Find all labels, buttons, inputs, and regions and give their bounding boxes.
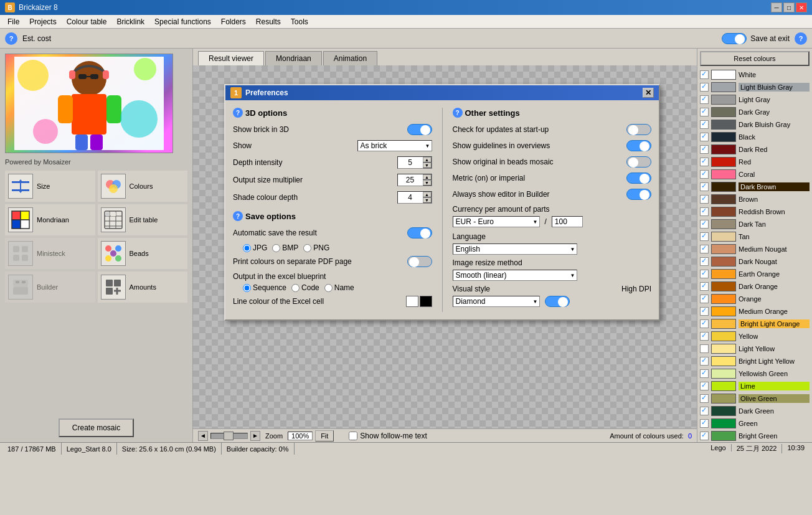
zoom-thumb[interactable] (224, 432, 234, 440)
pdf-toggle[interactable] (407, 256, 432, 267)
color-check-14[interactable] (700, 245, 709, 253)
menu-folders[interactable]: Folders (216, 16, 251, 27)
color-check-10[interactable] (700, 195, 709, 204)
tab-result-viewer[interactable]: Result viewer (198, 51, 264, 65)
radio-sequence[interactable]: Sequence (243, 283, 286, 292)
color-check-12[interactable] (700, 220, 709, 229)
close-button[interactable]: ✕ (796, 2, 807, 12)
sidebar-item-colours[interactable]: Colours (98, 171, 188, 202)
follow-me-checkbox[interactable] (349, 432, 357, 440)
color-check-24[interactable] (700, 369, 709, 378)
line-colour-black[interactable] (420, 296, 432, 307)
tab-animation[interactable]: Animation (323, 51, 377, 65)
color-check-20[interactable] (700, 319, 709, 328)
high-dpi-toggle[interactable] (545, 296, 570, 307)
output-size-up[interactable]: ▲ (423, 174, 432, 180)
zoom-track[interactable] (210, 433, 248, 439)
shade-depth-up[interactable]: ▲ (423, 192, 432, 197)
sidebar-item-beads[interactable]: Beads (98, 238, 188, 269)
show-brick-3d-toggle[interactable] (407, 124, 432, 135)
radio-jpg-input[interactable] (243, 244, 251, 252)
color-check-26[interactable] (700, 394, 709, 403)
radio-bmp-input[interactable] (272, 244, 280, 252)
color-check-19[interactable] (700, 307, 709, 316)
menu-colour-table[interactable]: Colour table (62, 16, 112, 27)
color-check-25[interactable] (700, 382, 709, 390)
radio-jpg[interactable]: JPG (243, 243, 267, 252)
fit-button[interactable]: Fit (315, 430, 334, 442)
depth-intensity-up[interactable]: ▲ (423, 157, 432, 163)
currency-dropdown[interactable]: EUR - Euro USD - Dollar (453, 216, 540, 227)
radio-sequence-input[interactable] (243, 284, 251, 292)
menu-results[interactable]: Results (251, 16, 286, 27)
radio-code[interactable]: Code (291, 283, 319, 292)
output-size-down[interactable]: ▼ (423, 180, 432, 186)
tab-mondriaan[interactable]: Mondriaan (265, 51, 322, 65)
language-dropdown[interactable]: English Dutch German (453, 243, 577, 255)
menu-projects[interactable]: Projects (24, 16, 61, 27)
line-colour-white[interactable] (406, 296, 418, 307)
shade-depth-input[interactable] (398, 192, 423, 202)
shade-depth-down[interactable]: ▼ (423, 197, 432, 203)
color-check-3[interactable] (700, 108, 709, 116)
help-button-left[interactable]: ? (5, 32, 17, 45)
zoom-right-arrow[interactable]: ► (250, 431, 260, 441)
sidebar-item-size[interactable]: Size (5, 171, 95, 202)
menu-special-functions[interactable]: Special functions (149, 16, 216, 27)
create-mosaic-button[interactable]: Create mosaic (59, 418, 134, 437)
minimize-button[interactable]: ─ (771, 2, 782, 12)
sidebar-item-edit-table[interactable]: Edit table (98, 204, 188, 235)
other-help-icon[interactable]: ? (453, 108, 463, 118)
radio-code-input[interactable] (291, 284, 300, 292)
radio-name-input[interactable] (324, 284, 333, 292)
radio-bmp[interactable]: BMP (272, 243, 298, 252)
metric-toggle[interactable] (626, 172, 651, 184)
color-check-0[interactable] (700, 70, 709, 79)
zoom-left-arrow[interactable]: ◄ (198, 431, 208, 441)
color-check-9[interactable] (700, 182, 709, 191)
color-check-28[interactable] (700, 419, 709, 428)
sidebar-item-builder[interactable]: Builder (5, 272, 95, 303)
show-dropdown[interactable]: As brick As plate As tile (357, 140, 432, 151)
always-editor-toggle[interactable] (626, 189, 651, 200)
output-size-input[interactable] (398, 175, 423, 185)
maximize-button[interactable]: □ (783, 2, 795, 12)
auto-save-toggle[interactable] (407, 227, 432, 239)
menu-tools[interactable]: Tools (286, 16, 313, 27)
depth-intensity-down[interactable]: ▼ (423, 163, 432, 168)
color-check-13[interactable] (700, 232, 709, 241)
preferences-close-button[interactable]: ✕ (643, 88, 654, 98)
color-check-2[interactable] (700, 95, 709, 104)
color-check-7[interactable] (700, 158, 709, 166)
resize-dropdown[interactable]: Smooth (linear) Nearest neighbor (453, 270, 577, 281)
zoom-percent-input[interactable] (288, 432, 313, 440)
color-check-17[interactable] (700, 282, 709, 291)
show-original-toggle[interactable] (626, 156, 651, 168)
menu-file[interactable]: File (2, 16, 24, 27)
color-check-6[interactable] (700, 145, 709, 154)
color-check-1[interactable] (700, 83, 709, 92)
sidebar-item-amounts[interactable]: Amounts (98, 272, 188, 303)
color-check-16[interactable] (700, 270, 709, 278)
color-check-23[interactable] (700, 357, 709, 366)
save-at-exit-toggle[interactable] (722, 33, 747, 44)
color-check-22[interactable] (700, 344, 709, 353)
color-check-11[interactable] (700, 207, 709, 216)
color-check-29[interactable] (700, 432, 709, 440)
3d-help-icon[interactable]: ? (233, 108, 243, 118)
color-check-21[interactable] (700, 332, 709, 341)
color-check-8[interactable] (700, 170, 709, 179)
radio-png[interactable]: PNG (303, 243, 329, 252)
check-updates-toggle[interactable] (626, 124, 651, 135)
save-help-icon[interactable]: ? (233, 211, 243, 221)
color-check-5[interactable] (700, 133, 709, 141)
radio-name[interactable]: Name (324, 283, 354, 292)
menu-bricklink[interactable]: Bricklink (111, 16, 149, 27)
color-check-27[interactable] (700, 407, 709, 415)
sidebar-item-mondriaan[interactable]: Mondriaan (5, 204, 95, 235)
depth-intensity-input[interactable] (398, 158, 423, 168)
color-check-4[interactable] (700, 120, 709, 129)
show-guidelines-toggle[interactable] (626, 140, 651, 151)
reset-colours-button[interactable]: Reset colours (700, 51, 810, 66)
help-button-right[interactable]: ? (795, 32, 807, 45)
